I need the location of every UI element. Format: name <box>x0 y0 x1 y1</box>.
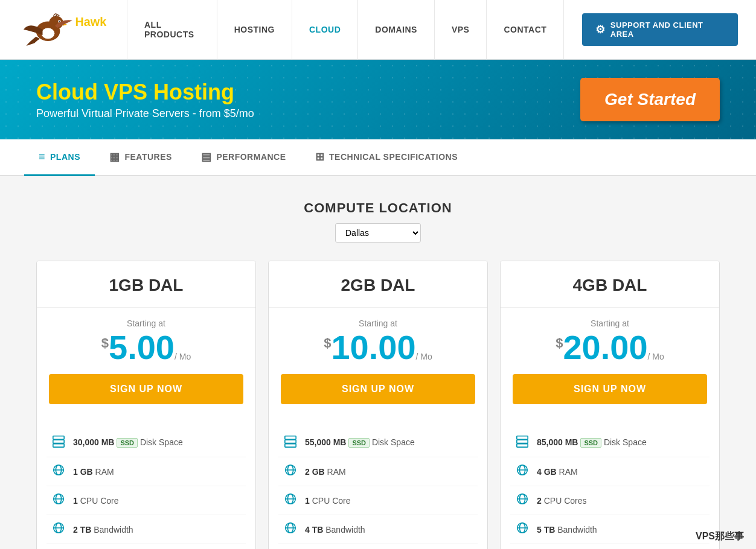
dollar-sign-1gb: $ <box>101 331 109 350</box>
svg-point-5 <box>59 21 60 22</box>
disk-icon-2gb <box>283 434 298 451</box>
tab-plans[interactable]: ≡ PLANS <box>24 140 95 176</box>
plans-grid: 1GB DAL Starting at $ 5.00 / Mo SIGN UP … <box>36 261 720 549</box>
logo[interactable]: Hawk Host <box>18 8 127 51</box>
globe-icon-bw-4gb <box>515 521 530 538</box>
price-amount-2gb: 10.00 <box>331 331 415 364</box>
cpu-value-1gb: 1 <box>73 496 78 506</box>
gear-icon: ⚙ <box>595 23 606 36</box>
plan-features-1gb: 30,000 MB SSD Disk Space 1 GB RAM <box>37 416 255 549</box>
plan-header-4gb: 4GB DAL <box>501 261 719 308</box>
banner-title: Cloud VPS Hosting <box>36 79 254 105</box>
ssd-badge-4gb: SSD <box>580 438 601 448</box>
signup-button-4gb[interactable]: SIGN UP NOW <box>513 374 707 404</box>
feature-disk-1gb: 30,000 MB SSD Disk Space <box>46 428 246 457</box>
hero-banner: Cloud VPS Hosting Powerful Virtual Priva… <box>0 60 756 139</box>
location-select[interactable]: Dallas Los Angeles Singapore Amsterdam <box>335 223 421 243</box>
svg-rect-25 <box>285 444 296 448</box>
support-button[interactable]: ⚙ SUPPORT AND CLIENT AREA <box>582 13 738 46</box>
plan-card-1gb: 1GB DAL Starting at $ 5.00 / Mo SIGN UP … <box>36 261 256 549</box>
tab-technical-specs[interactable]: ⊞ TECHNICAL SPECIFICATIONS <box>301 139 472 176</box>
feature-disk-4gb: 85,000 MB SSD Disk Space <box>510 428 710 457</box>
svg-rect-38 <box>517 436 528 440</box>
disk-icon-1gb <box>51 434 66 451</box>
price-period-4gb: / Mo <box>648 331 664 361</box>
svg-rect-23 <box>285 436 296 440</box>
tab-performance[interactable]: ▤ PERFORMANCE <box>187 139 301 176</box>
plan-features-2gb: 55,000 MB SSD Disk Space 2 GB RAM <box>269 416 487 549</box>
nav-contact[interactable]: CONTACT <box>487 0 564 60</box>
svg-text:Hawk: Hawk <box>75 15 107 28</box>
plan-card-4gb: 4GB DAL Starting at $ 20.00 / Mo SIGN UP… <box>500 261 720 549</box>
feature-cpu-2gb: 1 CPU Core <box>278 486 478 515</box>
plan-card-2gb: 2GB DAL Starting at $ 10.00 / Mo SIGN UP… <box>268 261 488 549</box>
feature-root-2gb: Full Root Access <box>278 544 478 549</box>
globe-icon-cpu-4gb <box>515 492 530 509</box>
disk-icon-4gb <box>515 434 530 451</box>
feature-disk-2gb: 55,000 MB SSD Disk Space <box>278 428 478 457</box>
price-period-1gb: / Mo <box>175 331 191 361</box>
globe-icon-ram-2gb <box>283 463 298 480</box>
feature-ram-2gb: 2 GB RAM <box>278 457 478 486</box>
svg-rect-39 <box>517 440 528 443</box>
plan-pricing-1gb: Starting at $ 5.00 / Mo <box>37 308 255 364</box>
globe-icon-cpu-1gb <box>51 492 66 509</box>
feature-cpu-4gb: 2 CPU Cores <box>510 486 710 515</box>
get-started-button[interactable]: Get Started <box>580 78 720 121</box>
ssd-badge-1gb: SSD <box>117 438 138 448</box>
compute-location-title: COMPUTE LOCATION <box>36 200 720 216</box>
svg-text:Host: Host <box>75 27 102 40</box>
main-content: COMPUTE LOCATION Dallas Los Angeles Sing… <box>0 176 756 549</box>
ram-value-1gb: 1 GB <box>73 467 93 477</box>
price-amount-1gb: 5.00 <box>109 331 175 364</box>
nav-cloud[interactable]: CLOUD <box>292 0 358 60</box>
feature-bandwidth-1gb: 2 TB Bandwidth <box>46 515 246 544</box>
starting-at-1gb: Starting at <box>49 319 243 328</box>
nav-all-products[interactable]: ALL PRODUCTS <box>127 0 217 60</box>
performance-icon: ▤ <box>201 150 212 163</box>
globe-icon-cpu-2gb <box>283 492 298 509</box>
price-row-2gb: $ 10.00 / Mo <box>281 331 475 364</box>
watermark: VPS那些事 <box>696 530 744 543</box>
plan-header-2gb: 2GB DAL <box>269 261 487 308</box>
plan-features-4gb: 85,000 MB SSD Disk Space 4 GB RAM <box>501 416 719 549</box>
plan-name-1gb: 1GB DAL <box>49 276 243 295</box>
banner-subtitle: Powerful Virtual Private Servers - from … <box>36 107 254 120</box>
globe-icon-ram-1gb <box>51 463 66 480</box>
price-row-4gb: $ 20.00 / Mo <box>513 331 707 364</box>
site-header: Hawk Host ALL PRODUCTS HOSTING CLOUD DOM… <box>0 0 756 60</box>
plan-header-1gb: 1GB DAL <box>37 261 255 308</box>
price-amount-4gb: 20.00 <box>563 331 647 364</box>
features-icon: ▦ <box>109 150 120 163</box>
ssd-badge-2gb: SSD <box>348 438 370 448</box>
svg-point-2 <box>42 28 55 39</box>
svg-rect-10 <box>53 444 64 448</box>
nav-vps[interactable]: VPS <box>435 0 487 60</box>
svg-rect-8 <box>53 436 64 440</box>
nav-hosting[interactable]: HOSTING <box>217 0 292 60</box>
starting-at-2gb: Starting at <box>281 319 475 328</box>
globe-icon-bw-2gb <box>283 521 298 538</box>
main-nav: ALL PRODUCTS HOSTING CLOUD DOMAINS VPS C… <box>127 0 564 60</box>
price-period-2gb: / Mo <box>416 331 432 361</box>
dollar-sign-4gb: $ <box>556 331 563 350</box>
signup-button-1gb[interactable]: SIGN UP NOW <box>49 374 243 404</box>
disk-value-1gb: 30,000 MB <box>73 437 114 447</box>
banner-text: Cloud VPS Hosting Powerful Virtual Priva… <box>36 79 254 120</box>
signup-button-2gb[interactable]: SIGN UP NOW <box>281 374 475 404</box>
plan-name-2gb: 2GB DAL <box>281 276 475 295</box>
price-row-1gb: $ 5.00 / Mo <box>49 331 243 364</box>
feature-root-1gb: Full Root Access <box>46 544 246 549</box>
bw-value-1gb: 2 TB <box>73 525 91 535</box>
dollar-sign-2gb: $ <box>324 331 331 350</box>
feature-root-4gb: Full Root Access <box>510 544 710 549</box>
tab-features[interactable]: ▦ FEATURES <box>95 139 187 176</box>
feature-ram-4gb: 4 GB RAM <box>510 457 710 486</box>
svg-rect-40 <box>517 444 528 448</box>
starting-at-4gb: Starting at <box>513 319 707 328</box>
feature-ram-1gb: 1 GB RAM <box>46 457 246 486</box>
plan-pricing-4gb: Starting at $ 20.00 / Mo <box>501 308 719 364</box>
globe-icon-bw-1gb <box>51 521 66 538</box>
nav-domains[interactable]: DOMAINS <box>358 0 435 60</box>
specs-icon: ⊞ <box>315 150 325 163</box>
